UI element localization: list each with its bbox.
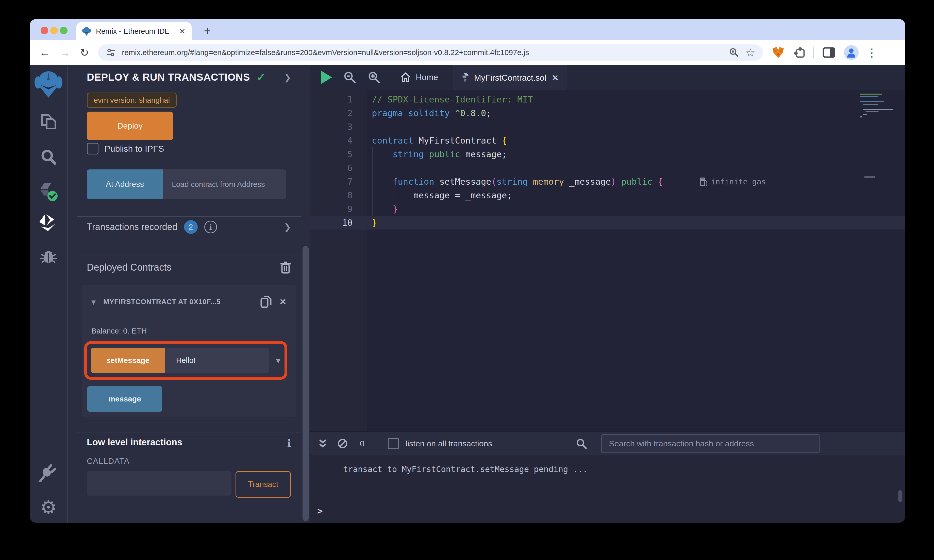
deploy-run-icon[interactable] [30,214,67,232]
tab-file-close-icon[interactable]: ✕ [552,73,559,83]
code-line-4[interactable]: 4contract MyFirstContract { [310,134,905,147]
settings-gear-icon[interactable]: ⚙ [30,496,67,518]
site-settings-icon[interactable] [106,48,116,58]
low-level-info-icon[interactable]: i [287,437,291,449]
line-number: 3 [310,120,367,134]
collapse-terminal-icon[interactable] [318,438,328,449]
reload-icon[interactable]: ↻ [80,46,89,59]
editor-scrollbar[interactable] [864,176,875,178]
code-line-1[interactable]: 1// SPDX-License-Identifier: MIT [310,92,905,106]
code-line-3[interactable]: 3 [310,120,905,134]
code-line-10[interactable]: 10} [310,216,905,229]
file-explorer-icon[interactable] [30,113,67,131]
browser-menu-icon[interactable]: ⋮ [866,46,877,59]
copy-address-icon[interactable] [260,295,272,309]
toolbar-separator [813,47,814,58]
line-text [367,161,905,175]
plugin-manager-icon[interactable] [30,463,67,483]
deployed-contracts-header: Deployed Contracts [87,261,291,274]
minimap[interactable] [858,92,895,143]
home-icon [400,72,411,83]
transactions-recorded-row: Transactions recorded 2 i ❯ [87,220,291,234]
browser-tab[interactable]: Remix - Ethereum IDE ✕ [76,22,192,40]
calldata-input[interactable] [87,471,231,495]
listen-checkbox[interactable] [388,438,399,449]
address-bar[interactable]: remix.ethereum.org/#lang=en&optimize=fal… [98,45,763,61]
divider [77,255,301,255]
remix-logo-icon[interactable] [30,69,67,98]
zoom-page-icon[interactable] [729,47,739,58]
listen-label: listen on all transactions [405,439,492,448]
terminal-scrollbar[interactable] [898,490,902,502]
at-address-button[interactable]: At Address [87,169,163,199]
profile-avatar[interactable] [844,45,858,60]
code-line-9[interactable]: 9 } [310,202,905,216]
new-tab-button[interactable]: + [199,23,216,39]
transactions-expand-icon[interactable]: ❯ [284,222,291,232]
line-number: 10 [310,216,367,229]
code-editor[interactable]: 1// SPDX-License-Identifier: MIT2pragma … [310,90,905,431]
line-number: 7 [310,175,367,188]
terminal-log[interactable]: transact to MyFirstContract.setMessage p… [310,455,905,523]
message-button[interactable]: message [87,386,162,412]
deploy-button[interactable]: Deploy [87,112,173,140]
indent-guide [393,188,393,202]
line-text: function setMessage(string memory _messa… [367,175,905,188]
line-text: } [367,202,905,216]
line-number: 1 [310,92,367,106]
search-icon[interactable] [30,149,67,166]
panel-expand-icon[interactable]: ❯ [284,72,291,82]
at-address-input[interactable]: Load contract from Address [163,169,286,199]
contract-remove-icon[interactable]: ✕ [279,297,287,307]
bookmark-star-icon[interactable]: ☆ [745,46,755,59]
transactions-info-icon[interactable]: i [204,221,217,233]
line-text: pragma solidity ^0.8.0; [367,106,905,120]
code-line-5[interactable]: 5 string public message; [310,147,905,161]
line-text: message = _message; [367,188,905,202]
solidity-compiler-icon[interactable] [30,182,67,203]
clear-console-icon[interactable] [337,438,348,449]
transactions-recorded-label: Transactions recorded [87,222,177,232]
deployed-contract-card: ▾ MYFIRSTCONTRACT AT 0X10F...5 ✕ Balance… [82,285,296,417]
terminal-prompt[interactable]: > [317,506,323,516]
window-zoom-button[interactable] [60,27,68,34]
window-minimize-button[interactable] [50,27,58,34]
back-icon[interactable]: ← [39,46,50,58]
tab-myfirstcontract[interactable]: MyFirstContract.sol ✕ [453,65,567,90]
forward-icon[interactable]: → [60,46,70,58]
code-line-2[interactable]: 2pragma solidity ^0.8.0; [310,106,905,120]
low-level-title: Low level interactions [87,437,287,448]
line-text: contract MyFirstContract { [367,134,905,147]
code-line-6[interactable]: 6 [310,161,905,175]
panel-scrollbar[interactable] [302,246,308,521]
url-text[interactable]: remix.ethereum.org/#lang=en&optimize=fal… [122,48,723,57]
terminal-search-input[interactable]: Search with transaction hash or address [601,434,820,453]
terminal-log-entry: transact to MyFirstContract.setMessage p… [343,465,587,474]
trash-icon[interactable] [280,261,291,274]
transact-button[interactable]: Transact [236,471,291,498]
run-script-icon[interactable] [321,71,332,84]
side-panel-icon[interactable] [823,47,835,58]
code-line-8[interactable]: 8 message = _message; [310,188,905,202]
annotation-highlight-box: setMessage Hello! ▾ [84,341,287,380]
line-number: 4 [310,134,367,147]
contract-header[interactable]: ▾ MYFIRSTCONTRACT AT 0X10F...5 ✕ [91,295,287,309]
zoom-in-icon[interactable] [367,71,381,84]
set-message-button[interactable]: setMessage [91,348,165,373]
publish-ipfs-checkbox[interactable] [87,143,99,154]
set-message-input[interactable]: Hello! [165,348,269,373]
extensions-puzzle-icon[interactable] [794,46,806,58]
window-close-button[interactable] [41,27,48,34]
debugger-icon[interactable] [30,248,67,265]
set-message-expand-icon[interactable]: ▾ [276,355,281,366]
line-text: string public message; [367,147,905,161]
tab-home[interactable]: Home [395,65,443,90]
code-line-7[interactable]: 7 function setMessage(string memory _mes… [310,175,905,188]
zoom-out-icon[interactable] [343,71,356,84]
metamask-icon[interactable] [772,46,785,58]
contract-collapse-icon[interactable]: ▾ [91,297,96,307]
editor-tab-bar: Home MyFirstContract.sol ✕ [310,65,905,90]
gas-estimate-annotation: infinite gas [700,175,766,188]
tab-close-icon[interactable]: ✕ [179,27,185,36]
deployed-contracts-title: Deployed Contracts [87,262,280,273]
